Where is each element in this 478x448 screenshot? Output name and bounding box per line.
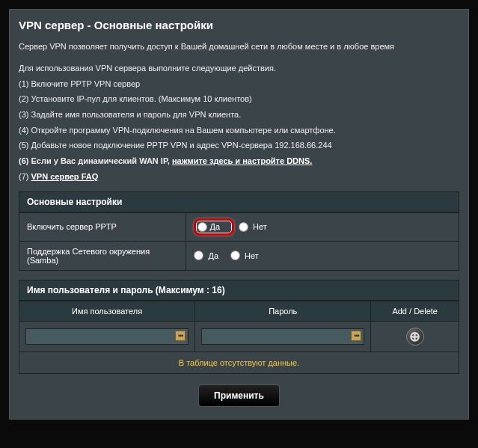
- samba-yes-radio[interactable]: [194, 251, 203, 260]
- keyboard-icon[interactable]: •••: [351, 331, 361, 341]
- enable-pptp-no-label: Нет: [253, 222, 267, 231]
- password-input[interactable]: [201, 328, 364, 345]
- basic-settings-table: Включить сервер PPTP Да Нет Поддержка Се…: [19, 212, 459, 271]
- vpn-settings-panel: VPN сервер - Основные настройки Сервер V…: [9, 9, 469, 420]
- col-action: Add / Delete: [371, 301, 459, 321]
- step-7-prefix: (7): [19, 172, 31, 181]
- keyboard-icon[interactable]: •••: [175, 331, 186, 341]
- highlight-ring: Да: [194, 218, 234, 236]
- table-empty-row: В таблице отсутствуют данные.: [19, 352, 459, 373]
- step-1: (1) Включите PPTP VPN сервер: [19, 77, 459, 91]
- users-table: Имя пользователя Пароль Add / Delete •••…: [19, 301, 459, 374]
- samba-label: Поддержка Сетевого окружения (Samba): [19, 241, 186, 270]
- apply-row: Применить: [19, 374, 459, 410]
- intro-text: Сервер VPN позволяет получить доступ к В…: [19, 42, 459, 51]
- samba-no-radio[interactable]: [230, 251, 240, 260]
- col-username: Имя пользователя: [19, 301, 195, 321]
- apply-button[interactable]: Применить: [198, 384, 280, 407]
- step-7: (7) VPN сервер FAQ: [19, 170, 459, 184]
- enable-pptp-radio-group: Да Нет: [194, 218, 451, 236]
- ddns-link[interactable]: нажмите здесь и настройте DDNS.: [172, 156, 312, 165]
- steps-block: Для использования VPN сервера выполните …: [19, 61, 459, 184]
- enable-pptp-yes-radio[interactable]: [197, 222, 207, 232]
- samba-no-label: Нет: [245, 251, 259, 260]
- step-6-prefix: (6) Если у Вас динамический WAN IP,: [19, 156, 172, 165]
- enable-pptp-yes-label: Да: [209, 222, 220, 231]
- step-5: (5) Добавьте новое подключение PPTP VPN …: [19, 138, 459, 153]
- steps-heading: Для использования VPN сервера выполните …: [19, 61, 459, 76]
- col-password: Пароль: [195, 301, 371, 321]
- add-user-button[interactable]: ⊕: [406, 328, 424, 346]
- step-3: (3) Задайте имя пользователя и пароль дл…: [19, 108, 459, 122]
- plus-icon: ⊕: [409, 329, 420, 344]
- samba-yes-label: Да: [208, 251, 218, 260]
- table-input-row: ••• ••• ⊕: [19, 321, 459, 352]
- users-section-header: Имя пользователя и пароль (Максимум : 16…: [19, 280, 459, 301]
- step-6: (6) Если у Вас динамический WAN IP, нажм…: [19, 154, 459, 168]
- enable-pptp-no-radio[interactable]: [239, 222, 248, 232]
- enable-pptp-label: Включить сервер PPTP: [19, 212, 186, 241]
- username-input[interactable]: [25, 328, 189, 345]
- step-4: (4) Откройте программу VPN-подключения н…: [19, 123, 459, 138]
- faq-link[interactable]: VPN сервер FAQ: [31, 172, 99, 181]
- page-title: VPN сервер - Основные настройки: [19, 19, 459, 31]
- basic-settings-header: Основные настройки: [19, 191, 459, 212]
- step-2: (2) Установите IP-пул для клиентов. (Мак…: [19, 92, 459, 106]
- samba-radio-group: Да Нет: [194, 251, 451, 260]
- empty-message: В таблице отсутствуют данные.: [19, 352, 459, 373]
